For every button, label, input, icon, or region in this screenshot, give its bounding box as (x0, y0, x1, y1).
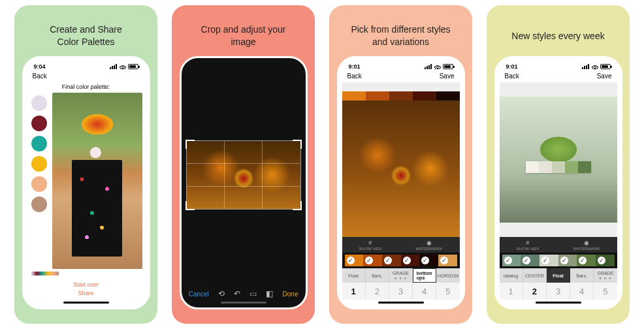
style-tab[interactable]: bottom ups (413, 268, 436, 283)
check-cell[interactable]: ✓ (382, 255, 401, 266)
style-tab[interactable]: HORIZON (436, 268, 459, 283)
check-cell[interactable]: ✓ (558, 255, 577, 266)
watermark-toggle[interactable]: ◉ WATERMARK (415, 240, 442, 251)
style-tab-label: GRADE (393, 271, 409, 275)
style-tab[interactable]: Float (342, 268, 366, 283)
variation-number[interactable]: 2 (523, 283, 547, 300)
rotate-icon[interactable]: ⟲ (218, 289, 225, 298)
promo-title: Create and Share Color Palettes (47, 12, 125, 56)
nav-bar: Back Save (342, 71, 460, 82)
palette-swatch[interactable] (31, 95, 47, 111)
crop-handle-br[interactable] (293, 201, 302, 210)
style-editor: # SHOW HEX ◉ WATERMARK ✓✓✓✓✓✓ FloatBars.… (342, 82, 460, 300)
style-tab-label: Bars. (577, 274, 587, 278)
check-row: ✓✓✓✓✓✓ (342, 253, 460, 268)
check-cell[interactable]: ✓ (502, 255, 521, 266)
cancel-button[interactable]: Cancel (189, 290, 209, 298)
style-tab[interactable]: Float (547, 268, 570, 283)
strip-swatch (552, 161, 565, 173)
status-bar: 9:01 (342, 61, 460, 71)
clock: 9:01 (349, 63, 361, 70)
palette-strip (342, 91, 460, 101)
variation-number[interactable]: 1 (342, 283, 366, 300)
status-icons (425, 64, 453, 69)
variation-number[interactable]: 3 (547, 283, 570, 300)
style-tab[interactable]: Bars. (570, 268, 594, 283)
style-tabs: catalogCENTERFloatBars.GRADE● ● ● (500, 268, 617, 283)
crop-handle-tl[interactable] (185, 140, 195, 149)
promo-card-2: Crop and adjust your image Cancel ⟲ ↶ ▭ (172, 5, 315, 324)
variation-number[interactable]: 3 (389, 283, 413, 300)
crop-area[interactable] (187, 141, 300, 209)
promo-card-1: Create and Share Color Palettes 9:04 Bac… (14, 5, 157, 324)
save-button[interactable]: Save (597, 72, 612, 80)
overlay-palette-strip (526, 161, 591, 173)
style-tab[interactable]: GRADE● ● ● (594, 268, 617, 283)
check-cell[interactable]: ✓ (539, 255, 558, 266)
check-cell[interactable]: ✓ (401, 255, 420, 266)
variation-number[interactable]: 4 (570, 283, 594, 300)
check-cell[interactable]: ✓ (345, 255, 364, 266)
check-cell[interactable]: ✓ (521, 255, 539, 266)
style-tab-label: bottom ups (417, 271, 432, 280)
variation-number[interactable]: 1 (500, 283, 523, 300)
status-bar: 9:01 (500, 61, 617, 71)
show-hex-toggle[interactable]: # SHOW HEX (516, 240, 539, 251)
palette-swatch[interactable] (31, 116, 47, 131)
check-cell[interactable]: ✓ (577, 255, 596, 266)
palette-swatch[interactable] (31, 156, 47, 172)
palette-swatch[interactable] (31, 136, 47, 151)
palette-swatch[interactable] (31, 196, 47, 212)
flip-icon[interactable]: ◧ (266, 289, 273, 298)
check-cell[interactable]: ✓ (438, 255, 457, 266)
back-button[interactable]: Back (505, 72, 519, 80)
palette-swatch-column (30, 93, 48, 269)
phone-frame: Cancel ⟲ ↶ ▭ ◧ Done (180, 56, 308, 309)
variation-number[interactable]: 5 (594, 283, 617, 300)
battery-icon (600, 64, 611, 69)
clock: 9:04 (34, 63, 46, 70)
variation-numbers: 12345 (500, 283, 617, 300)
style-tab-label: GRADE (597, 271, 613, 275)
status-icons (582, 64, 611, 69)
style-tab[interactable]: CENTER (523, 268, 547, 283)
crop-editor (185, 65, 302, 285)
undo-icon[interactable]: ↶ (234, 289, 240, 298)
wifi-icon (120, 64, 126, 69)
variation-number[interactable]: 4 (413, 283, 436, 300)
check-icon: ✓ (365, 257, 373, 264)
style-tab-label: HORIZON (438, 274, 459, 278)
check-cell[interactable]: ✓ (596, 255, 615, 266)
style-tab[interactable]: catalog (500, 268, 523, 283)
promo-title: New styles every week (509, 12, 607, 56)
style-tab[interactable]: GRADE● ● ● (389, 268, 413, 283)
done-button[interactable]: Done (283, 290, 298, 298)
style-tab-label: catalog (504, 274, 519, 278)
check-icon: ✓ (504, 257, 512, 264)
palette-swatch[interactable] (31, 176, 47, 192)
eye-icon: ◉ (584, 240, 589, 246)
start-over-button[interactable]: Start over (27, 281, 145, 288)
crop-handle-tr[interactable] (293, 140, 302, 149)
back-button[interactable]: Back (347, 72, 362, 80)
watermark-toggle[interactable]: ◉ WATERMARK (573, 240, 600, 251)
variation-number[interactable]: 2 (366, 283, 389, 300)
dots-icon: ● ● ● (394, 276, 407, 280)
crop-handle-bl[interactable] (185, 201, 195, 210)
check-cell[interactable]: ✓ (419, 255, 438, 266)
style-tab[interactable]: Bars. (366, 268, 389, 283)
share-button[interactable]: Share (27, 290, 145, 296)
variation-number[interactable]: 5 (436, 283, 459, 300)
show-hex-toggle[interactable]: # SHOW HEX (359, 240, 381, 251)
style-tab-label: Bars. (372, 274, 382, 278)
hash-icon: # (526, 240, 529, 246)
wifi-icon (592, 64, 598, 69)
save-button[interactable]: Save (440, 72, 455, 80)
dots-icon: ● ● ● (599, 276, 611, 280)
strip-swatch (539, 161, 552, 173)
check-cell[interactable]: ✓ (363, 255, 382, 266)
check-icon: ✓ (598, 257, 605, 264)
strip-swatch (366, 91, 389, 101)
back-button[interactable]: Back (33, 72, 47, 80)
aspect-icon[interactable]: ▭ (250, 289, 257, 298)
